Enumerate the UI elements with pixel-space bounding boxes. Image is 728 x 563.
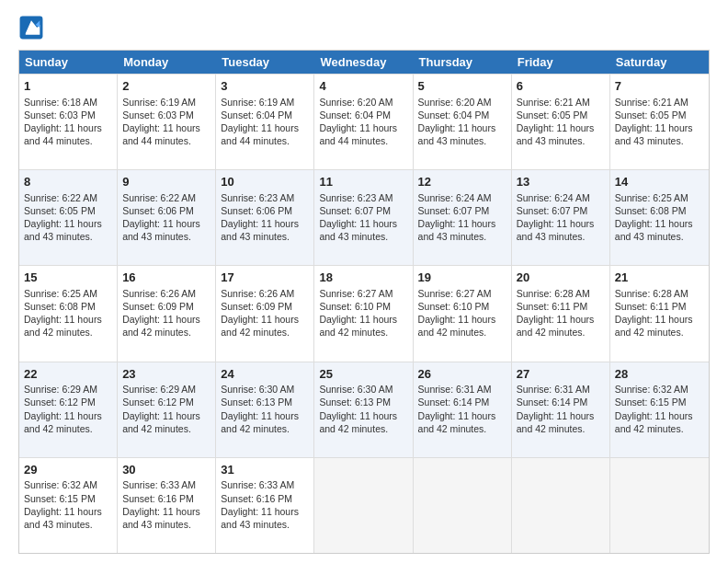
daylight-minutes: and 42 minutes. xyxy=(122,423,191,434)
day-number: 2 xyxy=(122,78,210,95)
header-day: Monday xyxy=(118,51,216,74)
daylight-minutes: and 44 minutes. xyxy=(122,135,191,146)
day-number: 18 xyxy=(319,270,407,286)
sunset-label: Sunset: 6:16 PM xyxy=(122,493,194,504)
sunrise-label: Sunrise: 6:33 AM xyxy=(122,479,196,490)
calendar-cell: 31Sunrise: 6:33 AMSunset: 6:16 PMDayligh… xyxy=(216,458,314,553)
daylight-minutes: and 42 minutes. xyxy=(615,423,684,434)
calendar-cell xyxy=(610,458,709,553)
sunset-label: Sunset: 6:05 PM xyxy=(517,109,588,121)
daylight-label: Daylight: 11 hours xyxy=(122,314,200,325)
sunset-label: Sunset: 6:04 PM xyxy=(319,109,391,121)
daylight-label: Daylight: 11 hours xyxy=(517,314,595,325)
calendar-cell: 25Sunrise: 6:30 AMSunset: 6:13 PMDayligh… xyxy=(314,362,413,457)
sunset-label: Sunset: 6:12 PM xyxy=(122,396,194,408)
day-number: 17 xyxy=(221,270,309,286)
sunrise-label: Sunrise: 6:29 AM xyxy=(24,384,97,395)
sunrise-label: Sunrise: 6:26 AM xyxy=(122,288,196,299)
daylight-minutes: and 42 minutes. xyxy=(615,327,684,338)
daylight-label: Daylight: 11 hours xyxy=(221,314,299,325)
daylight-minutes: and 43 minutes. xyxy=(418,231,487,242)
daylight-label: Daylight: 11 hours xyxy=(24,122,102,133)
calendar-cell: 7Sunrise: 6:21 AMSunset: 6:05 PMDaylight… xyxy=(610,75,709,169)
sunrise-label: Sunrise: 6:27 AM xyxy=(319,288,392,299)
page: SundayMondayTuesdayWednesdayThursdayFrid… xyxy=(0,0,728,563)
daylight-minutes: and 43 minutes. xyxy=(517,135,586,146)
day-number: 4 xyxy=(319,78,407,95)
calendar-cell: 11Sunrise: 6:23 AMSunset: 6:07 PMDayligh… xyxy=(314,170,413,265)
daylight-label: Daylight: 11 hours xyxy=(615,410,693,421)
sunset-label: Sunset: 6:10 PM xyxy=(418,301,490,312)
sunrise-label: Sunrise: 6:19 AM xyxy=(221,97,294,108)
daylight-label: Daylight: 11 hours xyxy=(24,218,102,229)
calendar-cell: 28Sunrise: 6:32 AMSunset: 6:15 PMDayligh… xyxy=(610,362,709,457)
calendar-cell: 1Sunrise: 6:18 AMSunset: 6:03 PMDaylight… xyxy=(19,75,118,169)
sunset-label: Sunset: 6:15 PM xyxy=(615,396,687,408)
header-day: Tuesday xyxy=(216,51,314,74)
sunset-label: Sunset: 6:13 PM xyxy=(221,396,292,408)
daylight-label: Daylight: 11 hours xyxy=(517,410,595,421)
calendar-cell: 23Sunrise: 6:29 AMSunset: 6:12 PMDayligh… xyxy=(118,362,216,457)
sunset-label: Sunset: 6:08 PM xyxy=(615,205,687,216)
daylight-minutes: and 43 minutes. xyxy=(615,135,684,146)
daylight-minutes: and 43 minutes. xyxy=(122,231,191,242)
daylight-label: Daylight: 11 hours xyxy=(122,218,200,229)
sunset-label: Sunset: 6:15 PM xyxy=(24,493,96,504)
day-number: 12 xyxy=(418,174,506,190)
calendar-cell: 24Sunrise: 6:30 AMSunset: 6:13 PMDayligh… xyxy=(216,362,314,457)
calendar-row: 1Sunrise: 6:18 AMSunset: 6:03 PMDaylight… xyxy=(19,74,709,169)
sunrise-label: Sunrise: 6:18 AM xyxy=(24,97,97,108)
sunset-label: Sunset: 6:16 PM xyxy=(221,493,292,504)
calendar-cell: 20Sunrise: 6:28 AMSunset: 6:11 PMDayligh… xyxy=(512,266,610,361)
daylight-label: Daylight: 11 hours xyxy=(122,122,200,133)
daylight-label: Daylight: 11 hours xyxy=(221,410,299,421)
sunset-label: Sunset: 6:11 PM xyxy=(517,301,588,312)
daylight-minutes: and 43 minutes. xyxy=(615,231,684,242)
daylight-label: Daylight: 11 hours xyxy=(615,314,693,325)
day-number: 22 xyxy=(24,366,112,383)
daylight-label: Daylight: 11 hours xyxy=(24,410,102,421)
sunset-label: Sunset: 6:07 PM xyxy=(517,205,588,216)
daylight-minutes: and 43 minutes. xyxy=(24,519,93,530)
calendar-cell: 12Sunrise: 6:24 AMSunset: 6:07 PMDayligh… xyxy=(414,170,512,265)
sunset-label: Sunset: 6:14 PM xyxy=(517,396,588,408)
day-number: 11 xyxy=(319,174,407,190)
calendar-row: 8Sunrise: 6:22 AMSunset: 6:05 PMDaylight… xyxy=(19,169,709,265)
daylight-label: Daylight: 11 hours xyxy=(221,122,299,133)
sunrise-label: Sunrise: 6:22 AM xyxy=(24,192,97,203)
day-number: 16 xyxy=(122,270,210,286)
calendar-cell: 17Sunrise: 6:26 AMSunset: 6:09 PMDayligh… xyxy=(216,266,314,361)
calendar-cell: 16Sunrise: 6:26 AMSunset: 6:09 PMDayligh… xyxy=(118,266,216,361)
daylight-label: Daylight: 11 hours xyxy=(221,218,299,229)
calendar-cell: 30Sunrise: 6:33 AMSunset: 6:16 PMDayligh… xyxy=(118,458,216,553)
sunset-label: Sunset: 6:13 PM xyxy=(319,396,391,408)
calendar-cell xyxy=(512,458,610,553)
day-number: 20 xyxy=(517,270,605,286)
day-number: 27 xyxy=(517,366,605,383)
sunset-label: Sunset: 6:09 PM xyxy=(221,301,292,312)
daylight-label: Daylight: 11 hours xyxy=(122,410,200,421)
header-day: Friday xyxy=(512,51,610,74)
day-number: 8 xyxy=(24,174,112,190)
sunrise-label: Sunrise: 6:20 AM xyxy=(418,97,492,108)
sunrise-label: Sunrise: 6:32 AM xyxy=(24,479,97,490)
sunset-label: Sunset: 6:09 PM xyxy=(122,301,194,312)
sunrise-label: Sunrise: 6:32 AM xyxy=(615,384,688,395)
calendar-row: 15Sunrise: 6:25 AMSunset: 6:08 PMDayligh… xyxy=(19,265,709,361)
sunrise-label: Sunrise: 6:31 AM xyxy=(418,384,492,395)
header-day: Sunday xyxy=(19,51,118,74)
sunset-label: Sunset: 6:03 PM xyxy=(122,109,194,121)
sunset-label: Sunset: 6:14 PM xyxy=(418,396,490,408)
daylight-minutes: and 44 minutes. xyxy=(319,135,388,146)
calendar-cell: 27Sunrise: 6:31 AMSunset: 6:14 PMDayligh… xyxy=(512,362,610,457)
daylight-minutes: and 43 minutes. xyxy=(319,231,388,242)
calendar-cell: 2Sunrise: 6:19 AMSunset: 6:03 PMDaylight… xyxy=(118,75,216,169)
sunset-label: Sunset: 6:06 PM xyxy=(122,205,194,216)
calendar-cell: 4Sunrise: 6:20 AMSunset: 6:04 PMDaylight… xyxy=(314,75,413,169)
header-day: Wednesday xyxy=(314,51,413,74)
sunrise-label: Sunrise: 6:21 AM xyxy=(615,97,688,108)
calendar-cell: 18Sunrise: 6:27 AMSunset: 6:10 PMDayligh… xyxy=(314,266,413,361)
day-number: 31 xyxy=(221,462,309,478)
day-number: 23 xyxy=(122,366,210,383)
sunrise-label: Sunrise: 6:28 AM xyxy=(615,288,688,299)
